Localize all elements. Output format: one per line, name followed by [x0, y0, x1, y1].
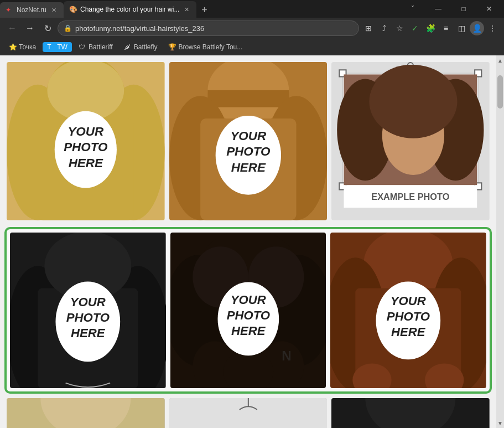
minimize-button[interactable]: — [425, 0, 451, 18]
hairstyle-card-3[interactable]: EXAMPLE PHOTO [331, 62, 490, 220]
back-button[interactable]: ← [4, 20, 20, 36]
tab-photofunny-favicon: 🎨 [69, 6, 77, 13]
svg-text:PHOTO: PHOTO [387, 310, 430, 323]
svg-text:PHOTO: PHOTO [226, 308, 269, 322]
tab-noznet-favicon: ✦ [6, 6, 13, 14]
hairstyle-grid-row3-partial [4, 398, 492, 428]
svg-text:HERE: HERE [231, 324, 266, 338]
hairstyle-card-7[interactable] [7, 398, 165, 428]
main-content: YOUR PHOTO HERE YOUR [0, 55, 496, 428]
hair-illustration-9 [331, 398, 490, 428]
svg-point-71 [40, 398, 131, 428]
hairstyle-card-1[interactable]: YOUR PHOTO HERE [7, 62, 165, 220]
svg-text:HERE: HERE [71, 326, 106, 340]
hairstyle-card-4[interactable]: YOUR PHOTO HERE [10, 233, 166, 389]
bookmark-tw[interactable]: T TW [43, 42, 72, 52]
chevron-button[interactable]: ˅ [400, 0, 425, 18]
bookmark-tw-label: TW [57, 43, 67, 51]
bookmark-battlefly-label: Battlefly [134, 43, 158, 51]
extension-puzzle[interactable]: 🧩 [423, 21, 438, 35]
tab-noznet-close[interactable]: ✕ [50, 6, 58, 14]
close-button[interactable]: ✕ [476, 0, 502, 18]
svg-point-75 [366, 398, 456, 428]
new-tab-button[interactable]: + [196, 2, 212, 18]
share-button[interactable]: ⤴ [377, 21, 391, 35]
more-button[interactable]: ⋮ [485, 21, 500, 35]
hair-illustration-6: YOUR PHOTO HERE [330, 233, 486, 389]
svg-rect-12 [207, 90, 289, 107]
profile-button[interactable]: 👤 [470, 21, 484, 35]
svg-text:YOUR: YOUR [231, 292, 266, 306]
svg-text:YOUR: YOUR [230, 129, 267, 143]
bookmark-tochka-label: Точка [19, 43, 36, 51]
address-url: photofunny.net/tag/virtual-hairstyles_23… [75, 24, 204, 33]
forward-button[interactable]: → [22, 20, 38, 36]
browser-toolbar: ← → ↻ 🔒 photofunny.net/tag/virtual-hairs… [0, 18, 504, 39]
svg-text:PHOTO: PHOTO [64, 140, 108, 154]
svg-text:PHOTO: PHOTO [226, 145, 271, 158]
bookmarks-bar: ⭐ Точка T TW 🛡 Battleriff 🌶 Battlefly 🏆 … [0, 39, 504, 55]
hairstyle-grid-row2-highlighted: YOUR PHOTO HERE [4, 227, 492, 394]
svg-point-33 [370, 65, 458, 138]
tabs-container: ✦ NozNet.ru ✕ 🎨 Change the color of your… [0, 0, 400, 18]
hairstyle-grid-row1: YOUR PHOTO HERE YOUR [4, 60, 492, 223]
scroll-up-arrow[interactable]: ▲ [496, 56, 504, 64]
bookmark-battleriff-icon: 🛡 [79, 43, 86, 51]
scrollbar[interactable]: ▲ ▼ [496, 55, 504, 428]
bookmark-browse-battlefy[interactable]: 🏆 Browse Battlefy Tou... [164, 42, 247, 52]
scrollbar-thumb[interactable] [497, 75, 503, 109]
svg-text:HERE: HERE [231, 161, 266, 174]
hair-illustration-3: EXAMPLE PHOTO [331, 62, 490, 220]
svg-text:YOUR: YOUR [67, 125, 104, 138]
extension-check[interactable]: ✓ [408, 21, 422, 35]
bookmark-tw-icon: T [47, 43, 55, 51]
sidebar-button[interactable]: ◫ [454, 21, 469, 35]
scroll-down-arrow[interactable]: ▼ [496, 419, 504, 427]
lock-icon: 🔒 [64, 24, 72, 32]
svg-text:PHOTO: PHOTO [66, 311, 110, 324]
hair-illustration-5: N YOUR PHOTO HERE [170, 233, 326, 389]
hair-illustration-2: YOUR PHOTO HERE [169, 62, 328, 220]
hairstyle-card-8[interactable] [169, 398, 328, 428]
address-bar[interactable]: 🔒 photofunny.net/tag/virtual-hairstyles_… [58, 20, 359, 36]
bookmark-battleriff-label: Battleriff [89, 43, 113, 51]
reload-button[interactable]: ↻ [40, 20, 55, 36]
svg-text:N: N [282, 348, 291, 363]
svg-text:HERE: HERE [69, 156, 103, 170]
svg-text:YOUR: YOUR [70, 295, 106, 308]
hair-illustration-4: YOUR PHOTO HERE [10, 233, 166, 389]
title-bar: ✦ NozNet.ru ✕ 🎨 Change the color of your… [0, 0, 504, 18]
svg-text:EXAMPLE PHOTO: EXAMPLE PHOTO [372, 192, 450, 202]
content-area: YOUR PHOTO HERE YOUR [0, 55, 504, 428]
bookmark-battleriff[interactable]: 🛡 Battleriff [74, 42, 117, 52]
hair-illustration-7 [7, 398, 165, 428]
tab-photofunny-close[interactable]: ✕ [183, 6, 191, 14]
hairstyle-card-5[interactable]: N YOUR PHOTO HERE [170, 233, 326, 389]
hairstyle-card-6[interactable]: YOUR PHOTO HERE [330, 233, 486, 389]
tab-photofunny[interactable]: 🎨 Change the color of your hair wi... ✕ [64, 1, 196, 18]
hairstyle-card-2[interactable]: YOUR PHOTO HERE [169, 62, 328, 220]
tab-noznet[interactable]: ✦ NozNet.ru ✕ [0, 2, 64, 18]
hair-illustration-8 [169, 398, 328, 428]
svg-text:HERE: HERE [391, 325, 426, 339]
bookmark-battlefly[interactable]: 🌶 Battlefly [119, 42, 162, 52]
svg-text:YOUR: YOUR [391, 293, 426, 307]
extension-menu[interactable]: ≡ [439, 21, 453, 35]
bookmark-browse-battlefy-icon: 🏆 [168, 43, 176, 51]
bookmark-tochka-icon: ⭐ [9, 43, 17, 51]
bookmark-tochka[interactable]: ⭐ Точка [4, 42, 40, 52]
tab-noznet-label: NozNet.ru [17, 6, 46, 14]
tab-photofunny-label: Change the color of your hair wi... [80, 6, 179, 13]
hairstyle-card-9[interactable] [331, 398, 490, 428]
bookmark-browse-battlefy-label: Browse Battlefy Tou... [178, 43, 242, 51]
translate-button[interactable]: ⊞ [361, 21, 376, 35]
hair-illustration-1: YOUR PHOTO HERE [7, 62, 165, 220]
maximize-button[interactable]: □ [451, 0, 476, 18]
toolbar-actions: ⊞ ⤴ ☆ ✓ 🧩 ≡ ◫ 👤 ⋮ [361, 21, 500, 35]
bookmark-battlefly-icon: 🌶 [124, 43, 132, 51]
window-controls: ˅ — □ ✕ [400, 0, 504, 18]
favorite-button[interactable]: ☆ [392, 21, 407, 35]
